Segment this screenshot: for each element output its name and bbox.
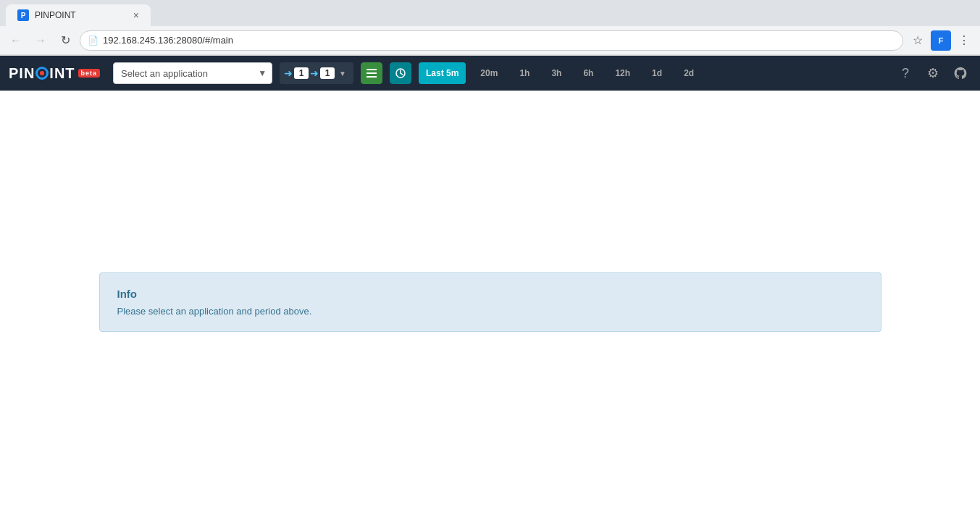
browser-toolbar: ← → ↻ 📄 192.168.245.136:28080/#/main ☆ F…: [0, 26, 980, 55]
url-text: 192.168.245.136:28080/#/main: [103, 35, 233, 46]
time-6h-button[interactable]: 6h: [576, 62, 600, 84]
time-3h-button[interactable]: 3h: [544, 62, 569, 84]
browser-tab[interactable]: P PINPOINT ×: [6, 4, 151, 26]
svg-rect-1: [367, 72, 377, 74]
back-button[interactable]: ←: [6, 30, 26, 51]
app-select[interactable]: Select an application: [113, 62, 272, 84]
extension-button[interactable]: F: [931, 30, 951, 51]
svg-rect-2: [367, 76, 377, 78]
settings-icon: ⚙: [927, 65, 939, 81]
github-button[interactable]: [950, 62, 971, 84]
forward-button[interactable]: →: [30, 30, 51, 51]
main-content: Info Please select an application and pe…: [0, 91, 980, 513]
app-select-wrapper: Select an application ▼: [113, 62, 272, 84]
agent-count-left: 1: [294, 67, 309, 79]
agent-dropdown-button[interactable]: ▼: [336, 70, 349, 78]
browser-tabs: P PINPOINT ×: [0, 0, 980, 26]
toolbar-actions: ☆ F ⋮: [908, 30, 974, 51]
list-view-button[interactable]: [361, 62, 382, 84]
menu-button[interactable]: ⋮: [954, 30, 974, 51]
help-icon: ?: [902, 66, 909, 81]
time-1d-button[interactable]: 1d: [645, 62, 669, 84]
browser-chrome: P PINPOINT × ← → ↻ 📄 192.168.245.136:280…: [0, 0, 980, 56]
reload-button[interactable]: ↻: [55, 30, 75, 51]
logo-o-icon: [35, 67, 49, 80]
beta-badge: beta: [78, 69, 101, 78]
info-message: Please select an application and period …: [117, 306, 863, 317]
clock-icon: [395, 67, 406, 79]
app-header: PIN INT beta Select an application ▼ ➜ 1…: [0, 56, 980, 91]
svg-rect-0: [367, 69, 377, 70]
clock-button[interactable]: [390, 62, 411, 84]
time-last5m-button[interactable]: Last 5m: [419, 62, 466, 84]
time-20m-button[interactable]: 20m: [473, 62, 505, 84]
logo: PIN INT beta: [9, 65, 100, 82]
bookmark-button[interactable]: ☆: [908, 30, 928, 51]
tab-title: PINPOINT: [35, 10, 76, 20]
agent-count-right: 1: [320, 67, 335, 79]
agent-controls: ➜ 1 ➜ 1 ▼: [280, 62, 353, 84]
time-1h-button[interactable]: 1h: [512, 62, 537, 84]
settings-button[interactable]: ⚙: [922, 62, 944, 84]
github-icon: [953, 66, 968, 80]
favicon-letter: P: [21, 12, 26, 20]
logo-dot: [40, 71, 44, 75]
time-2d-button[interactable]: 2d: [677, 62, 701, 84]
logo-point-text: INT: [49, 65, 75, 82]
header-right: ? ⚙: [895, 62, 971, 84]
address-bar[interactable]: 📄 192.168.245.136:28080/#/main: [80, 30, 903, 51]
tab-close-btn[interactable]: ×: [133, 9, 139, 21]
page-icon: 📄: [88, 36, 99, 46]
tab-favicon: P: [17, 9, 29, 21]
agent-right-arrow-icon: ➜: [310, 67, 319, 79]
list-icon: [366, 67, 377, 79]
agent-left-arrow-icon: ➜: [284, 67, 293, 79]
info-box: Info Please select an application and pe…: [99, 272, 881, 332]
time-12h-button[interactable]: 12h: [608, 62, 637, 84]
logo-pin-text: PIN: [9, 65, 35, 82]
help-button[interactable]: ?: [895, 62, 916, 84]
info-title: Info: [117, 288, 863, 300]
